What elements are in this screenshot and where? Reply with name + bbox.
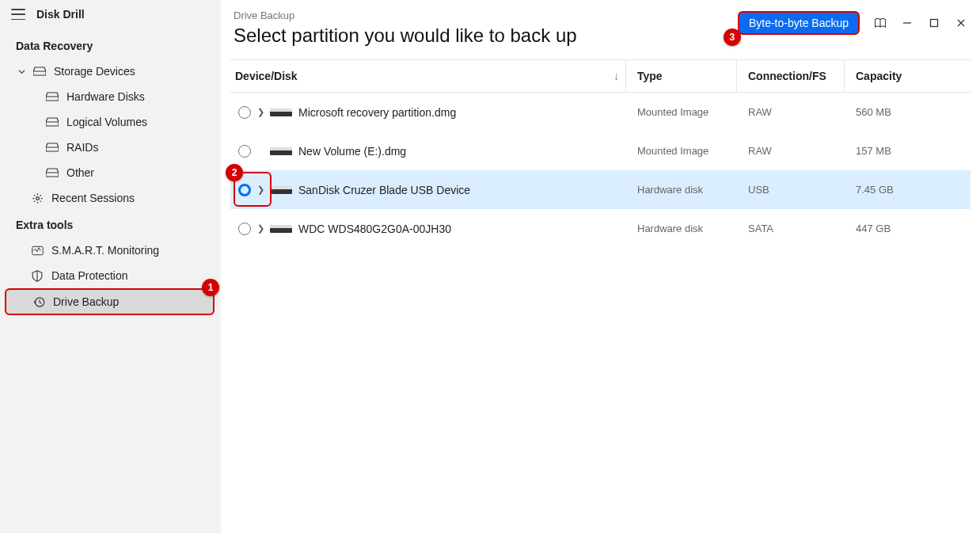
radio-button[interactable]	[238, 184, 251, 196]
device-connection: USB	[737, 184, 845, 196]
title-bar: Disk Drill	[0, 0, 221, 32]
drive-icon	[46, 116, 59, 128]
table-body: ❯ Microsoft recovery partition.dmg Mount…	[230, 93, 971, 248]
sidebar-item-hardware-disks[interactable]: Hardware Disks	[0, 84, 221, 109]
disk-icon	[270, 186, 292, 194]
book-icon[interactable]	[874, 17, 887, 29]
radio-button[interactable]	[238, 106, 251, 119]
callout-badge-1: 1	[202, 279, 219, 296]
radio-button[interactable]	[238, 145, 251, 158]
minimize-icon[interactable]	[901, 17, 914, 29]
device-name: WDC WDS480G2G0A-00JH30	[298, 223, 451, 235]
close-icon[interactable]	[955, 17, 967, 29]
sidebar-item-label: Data Protection	[51, 269, 128, 282]
device-capacity: 157 MB	[845, 145, 959, 157]
sidebar-item-logical-volumes[interactable]: Logical Volumes	[0, 109, 221, 135]
app-title: Disk Drill	[36, 8, 85, 21]
disk-icon	[270, 147, 292, 155]
sidebar-item-label: Recent Sessions	[51, 192, 135, 204]
gear-icon	[31, 192, 44, 204]
radio-button[interactable]	[238, 223, 251, 235]
sidebar-item-label: Hardware Disks	[66, 90, 145, 103]
drive-icon	[46, 166, 59, 179]
table-row[interactable]: ❯ SanDisk Cruzer Blade USB Device Hardwa…	[230, 170, 971, 209]
sidebar-item-label: S.M.A.R.T. Monitoring	[51, 244, 159, 257]
svg-point-0	[36, 196, 39, 200]
main-content: Drive Backup Select partition you would …	[221, 0, 980, 533]
device-type: Hardware disk	[626, 184, 737, 196]
page-title: Select partition you would like to back …	[234, 25, 738, 47]
device-type: Mounted Image	[626, 106, 737, 118]
callout-badge-3: 3	[724, 29, 741, 46]
device-name: SanDisk Cruzer Blade USB Device	[298, 184, 470, 196]
drive-icon	[46, 90, 59, 103]
sidebar-item-label: RAIDs	[66, 141, 98, 154]
device-name: Microsoft recovery partition.dmg	[298, 106, 456, 119]
sidebar-item-label: Logical Volumes	[66, 116, 147, 128]
column-capacity[interactable]: Capacity	[845, 60, 959, 92]
sidebar-item-drive-backup[interactable]: Drive Backup	[5, 288, 215, 315]
drive-icon	[33, 65, 46, 78]
breadcrumb: Drive Backup	[234, 10, 738, 21]
chevron-down-icon	[17, 68, 25, 75]
device-type: Mounted Image	[626, 145, 737, 157]
disk-icon	[270, 109, 292, 116]
table-header: Device/Disk ↓ Type Connection/FS Capacit…	[230, 59, 971, 93]
device-connection: RAW	[737, 106, 845, 118]
sidebar-item-raids[interactable]: RAIDs	[0, 135, 221, 160]
sidebar-item-smart-monitoring[interactable]: S.M.A.R.T. Monitoring	[0, 238, 221, 263]
device-connection: SATA	[737, 223, 845, 234]
maximize-icon[interactable]	[928, 17, 940, 29]
chevron-right-icon[interactable]: ❯	[257, 185, 264, 195]
device-capacity: 447 GB	[845, 223, 959, 234]
sidebar-item-label: Other	[66, 166, 94, 179]
sidebar-item-recent-sessions[interactable]: Recent Sessions	[0, 185, 221, 211]
drive-icon	[46, 141, 59, 154]
device-type: Hardware disk	[626, 223, 737, 234]
chevron-right-icon[interactable]: ❯	[257, 107, 264, 117]
table-row[interactable]: New Volume (E:).dmg Mounted Image RAW 15…	[230, 131, 971, 170]
device-capacity: 560 MB	[845, 106, 959, 118]
section-extra-tools: Extra tools	[0, 211, 221, 238]
shield-icon	[31, 269, 44, 282]
section-data-recovery: Data Recovery	[0, 32, 221, 59]
page-header: Drive Backup Select partition you would …	[221, 0, 980, 59]
sidebar-item-data-protection[interactable]: Data Protection	[0, 263, 221, 288]
sort-down-icon: ↓	[613, 70, 619, 82]
table-row[interactable]: ❯ WDC WDS480G2G0A-00JH30 Hardware disk S…	[230, 209, 971, 248]
callout-badge-2: 2	[226, 164, 243, 181]
disk-icon	[270, 225, 292, 233]
column-device[interactable]: Device/Disk ↓	[230, 60, 626, 92]
sidebar-item-storage-devices[interactable]: Storage Devices	[0, 59, 221, 84]
column-connection[interactable]: Connection/FS	[737, 60, 845, 92]
column-device-label: Device/Disk	[235, 70, 298, 82]
column-type[interactable]: Type	[626, 60, 737, 92]
sidebar-item-other[interactable]: Other	[0, 160, 221, 185]
byte-to-byte-backup-button[interactable]: Byte-to-byte Backup	[738, 11, 860, 35]
svg-rect-4	[931, 20, 938, 27]
activity-icon	[31, 244, 44, 257]
device-connection: RAW	[737, 145, 845, 157]
device-capacity: 7.45 GB	[845, 184, 959, 196]
menu-icon[interactable]	[11, 9, 25, 20]
table-row[interactable]: ❯ Microsoft recovery partition.dmg Mount…	[230, 93, 971, 131]
device-name: New Volume (E:).dmg	[298, 145, 406, 158]
history-icon	[32, 295, 45, 308]
chevron-right-icon[interactable]: ❯	[257, 223, 264, 234]
sidebar: Disk Drill Data Recovery Storage Devices…	[0, 0, 221, 533]
sidebar-item-label: Drive Backup	[53, 295, 119, 308]
sidebar-item-label: Storage Devices	[54, 65, 135, 78]
